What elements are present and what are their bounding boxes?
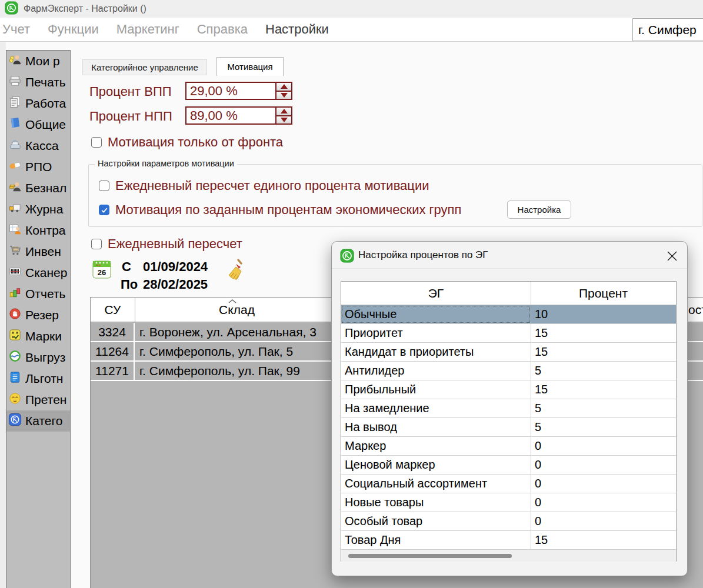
date-from-label: С — [122, 259, 131, 275]
sidebar-item-zhurnal[interactable]: Журна — [6, 199, 70, 220]
eg-row[interactable]: Ценовой маркер 0 — [341, 456, 676, 475]
clear-broom-icon[interactable] — [226, 259, 245, 286]
sidebar-item-rezerv[interactable]: Резер — [6, 305, 70, 326]
sidebar-item-label: Марки — [25, 329, 62, 343]
cell-eg-value: 15 — [531, 380, 676, 399]
spin-down-button[interactable] — [276, 116, 291, 124]
cell-eg-name: Особый товар — [341, 512, 531, 530]
sidebar-item-label: Инвен — [25, 245, 61, 259]
eg-row[interactable]: На вывод 5 — [341, 418, 676, 437]
sidebar-item-kontragenty[interactable]: Контра — [6, 220, 70, 241]
npp-spin-buttons — [275, 108, 291, 123]
menu-nastroyki[interactable]: Настройки — [265, 22, 329, 37]
npp-spinner[interactable]: 89,00 % — [185, 106, 292, 125]
sidebar-item-label: Контра — [25, 223, 66, 238]
horizontal-scrollbar[interactable] — [341, 550, 676, 562]
dialog-title: Настройка процентов по ЭГ — [358, 249, 488, 261]
sidebar-item-rabota[interactable]: Работа — [6, 93, 70, 114]
npp-value[interactable]: 89,00 % — [186, 108, 275, 123]
column-divider[interactable] — [135, 298, 135, 322]
cell-eg-name: Товар Дня — [341, 531, 531, 549]
col-header-su[interactable]: СУ — [91, 298, 135, 322]
tab-motivation[interactable]: Мотивация — [216, 57, 284, 76]
date-from-value[interactable]: 01/09/2024 — [143, 259, 208, 275]
eg-row[interactable]: Кандидат в приоритеты 15 — [341, 343, 676, 362]
eg-percent-dialog: Настройка процентов по ЭГ ЭГ Процент Обы… — [331, 241, 688, 576]
calendar-icon[interactable]: Апр26 — [92, 259, 111, 282]
sidebar-item-kategoriynoe[interactable]: Катего — [6, 410, 70, 432]
window-title: ФармЭксперт - Настройки () — [24, 4, 146, 14]
cell-eg-value: 0 — [531, 493, 676, 512]
sidebar-item-beznal[interactable]: Безнал — [6, 178, 70, 199]
vpp-value[interactable]: 29,00 % — [186, 83, 275, 99]
cell-eg-value: 5 — [531, 399, 676, 417]
menu-spravka[interactable]: Справка — [197, 22, 248, 37]
sidebar-item-lgotnye[interactable]: Льготн — [6, 368, 70, 389]
sidebar-item-otchety[interactable]: Отчеть — [6, 283, 70, 305]
settings-button[interactable]: Настройка — [507, 201, 571, 219]
sidebar-item-label: Претен — [25, 393, 66, 407]
eg-row[interactable]: Новые товары 0 — [341, 493, 676, 512]
eg-row[interactable]: Прибыльный 15 — [341, 380, 676, 399]
sidebar-item-markirovka[interactable]: Марки — [6, 326, 70, 347]
sidebar-item-label: Печать — [25, 75, 66, 89]
tab-category-management[interactable]: Категорийное управление — [82, 59, 207, 75]
menu-funkcii[interactable]: Функции — [48, 22, 99, 37]
documents-icon — [8, 95, 22, 112]
eg-row-selected[interactable]: Обычные 10 — [341, 305, 676, 324]
col-header-percent[interactable]: Процент — [531, 282, 676, 305]
svg-text:Апр: Апр — [96, 263, 101, 267]
sidebar-item-rpo[interactable]: РПО — [6, 156, 70, 178]
sidebar-item-label: Касса — [25, 139, 59, 153]
menu-bar: Учет Функции Маркетинг Справка Настройки — [0, 18, 703, 42]
spin-down-button[interactable] — [276, 92, 291, 99]
cb-groups-row: Мотивация по заданным процентам экономич… — [99, 202, 461, 218]
checkbox-motivation-by-groups[interactable] — [99, 205, 109, 215]
eg-row[interactable]: Особый товар 0 — [341, 512, 676, 531]
close-icon[interactable] — [667, 250, 678, 264]
spin-up-button[interactable] — [276, 83, 291, 92]
cell-eg-name: Приоритет — [341, 324, 531, 342]
col-header-eg[interactable]: ЭГ — [341, 282, 531, 305]
region-value: г. Симфер — [638, 23, 697, 37]
spin-up-button[interactable] — [276, 108, 291, 116]
sort-asc-icon — [228, 299, 237, 304]
region-selector[interactable]: г. Симфер — [632, 18, 703, 41]
sidebar-item-inventarizaciya[interactable]: Инвен — [6, 241, 70, 262]
cell-eg-name: Обычные — [341, 305, 531, 323]
scrollbar-thumb[interactable] — [348, 554, 512, 558]
sidebar-item-obschie[interactable]: Общие — [6, 114, 70, 135]
checkbox-daily-single-percent[interactable] — [99, 181, 109, 191]
cash-register-icon — [8, 138, 22, 154]
checkbox-daily-recalc[interactable] — [91, 239, 102, 249]
sidebar-item-pretenzii[interactable]: Претен — [6, 389, 70, 410]
group-title: Настройки параметров мотивации — [95, 159, 237, 168]
menu-uchet[interactable]: Учет — [2, 22, 30, 37]
sidebar-item-skaner[interactable]: Сканер — [6, 262, 70, 283]
cell-eg-value: 15 — [531, 531, 676, 549]
cb-daily-single-row: Ежедневный пересчет единого процента мот… — [99, 178, 429, 193]
checkbox-front-only[interactable] — [91, 137, 102, 148]
up-arrow-icon — [281, 109, 288, 113]
eg-row[interactable]: Социальный ассортимент 0 — [341, 475, 676, 493]
npp-label: Процент НПП — [89, 109, 172, 124]
date-to-value[interactable]: 28/02/2025 — [143, 277, 208, 292]
eg-row[interactable]: На замедление 5 — [341, 399, 676, 418]
menu-marketing[interactable]: Маркетинг — [116, 22, 179, 37]
eg-row[interactable]: Товар Дня 15 — [341, 531, 676, 550]
cell-eg-value: 5 — [531, 418, 676, 436]
cb-daily-row: Ежедневный пересчет — [91, 236, 242, 252]
eg-row[interactable]: Приоритет 15 — [341, 324, 676, 343]
sidebar-item-moi-r[interactable]: Мои р — [6, 51, 70, 72]
sidebar-item-pechat[interactable]: Печать — [6, 72, 70, 93]
eg-row[interactable]: Антилидер 5 — [341, 362, 676, 380]
sidebar-item-kassa[interactable]: Касса — [6, 135, 70, 156]
sidebar-item-label: Отчеть — [25, 287, 65, 301]
cell-eg-name: На замедление — [341, 399, 531, 417]
eg-row[interactable]: Маркер 0 — [341, 437, 676, 456]
sidebar-item-vygruzka[interactable]: Выгруз — [6, 347, 70, 368]
up-arrow-icon — [281, 84, 288, 89]
vpp-spinner[interactable]: 29,00 % — [185, 82, 292, 100]
brand-blue-icon — [8, 413, 22, 429]
cell-eg-name: На вывод — [341, 418, 531, 436]
